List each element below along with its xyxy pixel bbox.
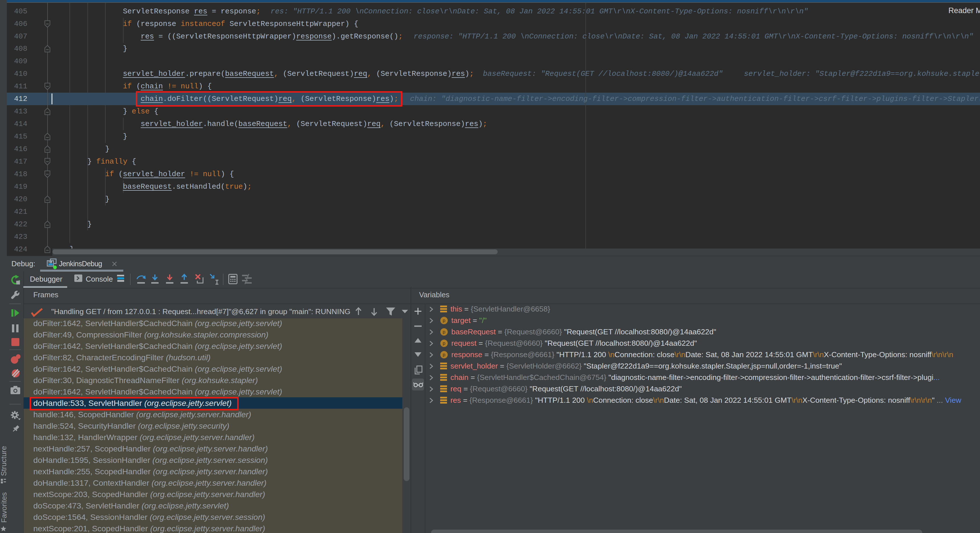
svg-text:p: p [443, 352, 445, 357]
svg-text:p: p [443, 318, 445, 323]
svg-text:p: p [443, 329, 445, 335]
svg-text:p: p [443, 341, 445, 346]
